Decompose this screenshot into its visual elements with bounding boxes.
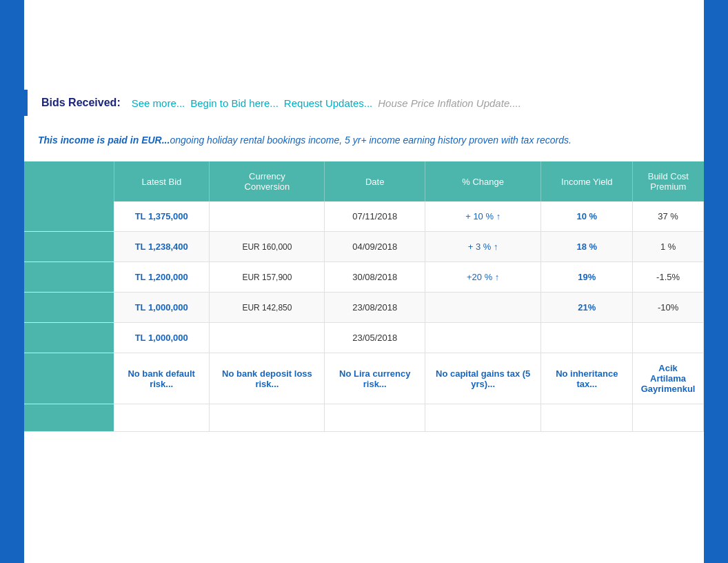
- row3-build: -1.5%: [633, 262, 704, 293]
- row2-date: 04/09/2018: [325, 232, 425, 262]
- row4-col0: [24, 293, 114, 323]
- table-row: TL 1,238,400 EUR 160,000 04/09/2018 + 3 …: [24, 232, 704, 262]
- col-header-empty: [24, 161, 114, 201]
- request-updates-link[interactable]: Request Updates...: [284, 97, 372, 109]
- row3-col0: [24, 262, 114, 293]
- income-info-text: This income is paid in EUR...ongoing hol…: [24, 126, 704, 161]
- row5-date: 23/05/2018: [325, 323, 425, 353]
- table-row: TL 1,000,000 23/05/2018: [24, 323, 704, 353]
- row1-yield: 10 %: [541, 201, 633, 232]
- row4-date: 23/08/2018: [325, 293, 425, 323]
- empty-col4: [425, 404, 540, 432]
- row5-build: [633, 323, 704, 353]
- bids-label: Bids Received:: [41, 97, 121, 109]
- row3-date: 30/08/2018: [325, 262, 425, 293]
- col-header-build-cost: Build CostPremium: [633, 161, 704, 201]
- row4-currency: EUR 142,850: [210, 293, 325, 323]
- row1-build: 37 %: [633, 201, 704, 232]
- side-bar-left: [0, 0, 24, 563]
- row1-date: 07/11/2018: [325, 201, 425, 232]
- table-row: TL 1,375,000 07/11/2018 + 10 % ↑ 10 % 37…: [24, 201, 704, 232]
- row1-pct: + 10 % ↑: [425, 201, 540, 232]
- row5-currency: [210, 323, 325, 353]
- row1-currency: [210, 201, 325, 232]
- row2-build: 1 %: [633, 232, 704, 262]
- empty-col2: [210, 404, 325, 432]
- empty-col3: [325, 404, 425, 432]
- row4-build: -10%: [633, 293, 704, 323]
- footer-pct[interactable]: No capital gains tax (5 yrs)...: [425, 353, 540, 404]
- row4-bid: TL 1,000,000: [114, 293, 210, 323]
- footer-currency[interactable]: No bank deposit loss risk...: [210, 353, 325, 404]
- empty-col5: [541, 404, 633, 432]
- col-header-pct-change: % Change: [425, 161, 540, 201]
- footer-build[interactable]: Acik Artilama Gayrimenkul: [633, 353, 704, 404]
- row2-bid: TL 1,238,400: [114, 232, 210, 262]
- footer-bid[interactable]: No bank default risk...: [114, 353, 210, 404]
- table-empty-row: [24, 404, 704, 432]
- row3-currency: EUR 157,900: [210, 262, 325, 293]
- footer-build-line2: Gayrimenkul: [641, 384, 696, 394]
- see-more-link[interactable]: See more...: [132, 97, 185, 109]
- table-row: TL 1,000,000 EUR 142,850 23/08/2018 21% …: [24, 293, 704, 323]
- row3-pct: +20 % ↑: [425, 262, 540, 293]
- row5-yield: [541, 323, 633, 353]
- row5-col0: [24, 323, 114, 353]
- house-price-inflation-link[interactable]: House Price Inflation Update....: [378, 97, 521, 109]
- col-header-date: Date: [325, 161, 425, 201]
- row2-currency: EUR 160,000: [210, 232, 325, 262]
- footer-col0: [24, 353, 114, 404]
- bids-table: Latest Bid CurrencyConversion Date % Cha…: [24, 161, 704, 432]
- row2-yield: 18 %: [541, 232, 633, 262]
- footer-yield[interactable]: No inheritance tax...: [541, 353, 633, 404]
- row1-bid: TL 1,375,000: [114, 201, 210, 232]
- row5-bid: TL 1,000,000: [114, 323, 210, 353]
- bids-table-container: Latest Bid CurrencyConversion Date % Cha…: [24, 161, 704, 432]
- row2-pct: + 3 % ↑: [425, 232, 540, 262]
- table-header-row: Latest Bid CurrencyConversion Date % Cha…: [24, 161, 704, 201]
- income-info-detail: ongoing holiday rental bookings income, …: [170, 135, 571, 146]
- row1-col0: [24, 201, 114, 232]
- col-header-latest-bid: Latest Bid: [114, 161, 210, 201]
- empty-col1: [114, 404, 210, 432]
- table-footer-row: No bank default risk... No bank deposit …: [24, 353, 704, 404]
- col-header-income-yield: Income Yield: [541, 161, 633, 201]
- empty-col0: [24, 404, 114, 432]
- row2-col0: [24, 232, 114, 262]
- row4-yield: 21%: [541, 293, 633, 323]
- footer-build-line1: Acik Artilama: [650, 363, 686, 384]
- col-header-currency: CurrencyConversion: [210, 161, 325, 201]
- income-info-bold: This income is paid in EUR...: [38, 135, 170, 146]
- row5-pct: [425, 323, 540, 353]
- begin-to-bid-link[interactable]: Begin to Bid here...: [190, 97, 279, 109]
- side-bar-right: [704, 0, 728, 563]
- footer-date[interactable]: No Lira currency risk...: [325, 353, 425, 404]
- row3-yield: 19%: [541, 262, 633, 293]
- bids-received-row: Bids Received: See more... Begin to Bid …: [24, 90, 704, 116]
- row4-pct: [425, 293, 540, 323]
- row3-bid: TL 1,200,000: [114, 262, 210, 293]
- table-row: TL 1,200,000 EUR 157,900 30/08/2018 +20 …: [24, 262, 704, 293]
- empty-col6: [633, 404, 704, 432]
